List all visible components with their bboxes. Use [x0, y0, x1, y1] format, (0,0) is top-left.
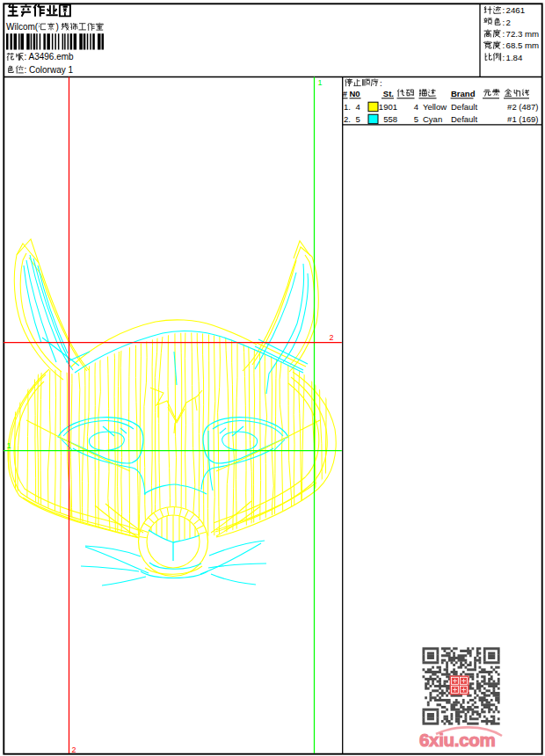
svg-text::: :	[503, 18, 505, 27]
svg-text:2: 2	[330, 333, 334, 342]
svg-text:1.84: 1.84	[506, 53, 523, 62]
svg-text:#: #	[343, 89, 348, 98]
svg-text:2: 2	[72, 745, 76, 754]
svg-text:6xiu.com: 6xiu.com	[419, 730, 495, 750]
svg-text:: Colorway 1: : Colorway 1	[25, 65, 74, 75]
svg-text:1.: 1.	[344, 102, 351, 112]
svg-text:558: 558	[383, 114, 397, 124]
svg-text::: :	[380, 78, 382, 88]
svg-text:1901: 1901	[379, 102, 397, 112]
svg-text:2: 2	[506, 18, 511, 27]
svg-text::: :	[503, 5, 505, 15]
svg-text:Default: Default	[451, 102, 477, 112]
svg-text:68.5 mm: 68.5 mm	[506, 40, 540, 50]
svg-text:St.: St.	[383, 89, 394, 98]
svg-text:Wilcom(: Wilcom(	[6, 22, 39, 32]
svg-text::: :	[503, 40, 505, 50]
svg-text:1: 1	[318, 78, 323, 87]
svg-text:#1 (169): #1 (169)	[507, 114, 538, 124]
svg-text:: A3496.emb: : A3496.emb	[25, 52, 75, 62]
svg-text:Brand: Brand	[451, 89, 476, 98]
svg-text::: :	[503, 29, 505, 39]
svg-text:): )	[56, 22, 59, 32]
svg-text:Default: Default	[451, 114, 477, 124]
svg-text:5: 5	[356, 114, 360, 124]
svg-text:Cyan: Cyan	[423, 114, 442, 124]
svg-text:Yellow: Yellow	[423, 102, 447, 112]
svg-text:72.3 mm: 72.3 mm	[506, 29, 540, 39]
svg-text:2461: 2461	[506, 5, 526, 15]
svg-text:2.: 2.	[344, 114, 351, 124]
svg-text:#2 (487): #2 (487)	[507, 102, 538, 112]
svg-text:5: 5	[414, 114, 418, 124]
svg-text:4: 4	[356, 102, 360, 112]
svg-text:1: 1	[7, 441, 11, 450]
svg-text:N0: N0	[350, 89, 360, 98]
svg-text:4: 4	[414, 102, 418, 112]
svg-text::: :	[503, 53, 505, 62]
